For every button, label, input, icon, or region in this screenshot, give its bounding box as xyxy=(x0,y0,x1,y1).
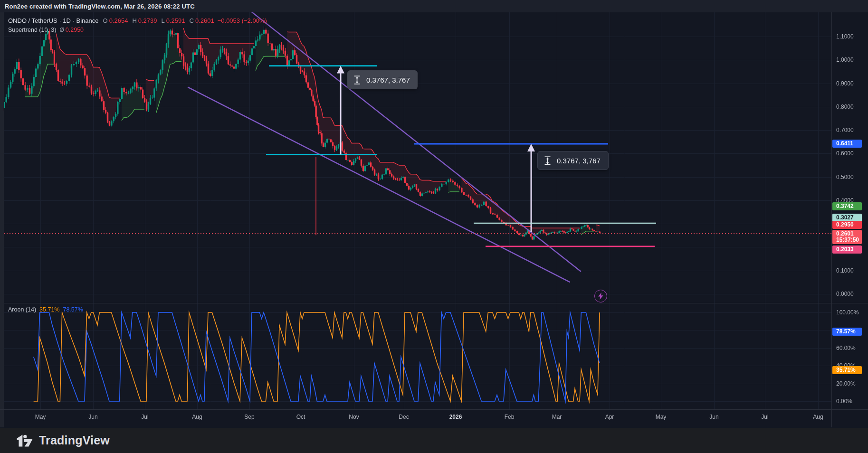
price-axis-label: 1.1000 xyxy=(836,33,854,40)
price-badge: 0.2033 xyxy=(832,245,862,254)
low-label: L xyxy=(162,17,165,24)
tradingview-logo-icon[interactable] xyxy=(16,434,33,448)
time-axis-label: May xyxy=(656,414,667,420)
price-axis-label: 1.0000 xyxy=(836,57,854,63)
time-axis-label: Apr xyxy=(605,414,614,420)
price-badge: 0.6411 xyxy=(832,140,862,148)
footer-bar: TradingView xyxy=(0,428,868,453)
price-axis-label: 0.5000 xyxy=(836,174,854,180)
time-axis-label: Jul xyxy=(141,414,148,420)
time-axis-label: Sep xyxy=(244,414,254,420)
time-axis-label: 2026 xyxy=(449,414,462,420)
price-badge: 0.260115:37:50 xyxy=(832,230,862,244)
price-axis-label: 0.9000 xyxy=(836,80,854,87)
vertical-measure-icon xyxy=(353,76,361,85)
tradingview-logo-text[interactable]: TradingView xyxy=(39,434,110,447)
measurement-tooltip: 0.3767, 3,767 xyxy=(537,151,609,170)
change-value: −0.0053 (−2.00%) xyxy=(218,17,267,24)
time-axis-label: May xyxy=(35,414,46,420)
time-axis-label: Aug xyxy=(192,414,202,420)
high-label: H xyxy=(132,17,136,24)
open-label: O xyxy=(103,17,108,24)
measurement-tooltip: 0.3767, 3,767 xyxy=(347,70,418,89)
lightning-bolt-icon xyxy=(598,293,604,300)
aroon-legend-row[interactable]: Aroon (14) 35.71% 78.57% xyxy=(8,306,83,313)
annotation-text: Ron2ee created with TradingView.com, Mar… xyxy=(5,3,195,10)
aroon-axis-label: 20.00% xyxy=(836,380,856,387)
time-axis-label: Aug xyxy=(813,414,823,420)
aroon-up-value: 78.57% xyxy=(63,306,83,313)
price-axis-label: 0.7000 xyxy=(836,127,854,133)
time-axis-label: Feb xyxy=(505,414,515,420)
measurement-value: 0.3767, 3,767 xyxy=(557,157,601,165)
measurement-value: 0.3767, 3,767 xyxy=(366,76,410,84)
supertrend-legend-row[interactable]: Supertrend (10, 3) Ø 0.2950 xyxy=(8,27,84,33)
vertical-measure-icon xyxy=(544,156,551,165)
close-value: 0.2601 xyxy=(195,17,214,24)
average-icon: Ø xyxy=(59,27,64,33)
aroon-badge: 78.57% xyxy=(832,328,862,336)
flash-idea-button[interactable] xyxy=(594,290,607,302)
aroon-axis-label: 0.00% xyxy=(836,398,852,405)
aroon-axis-label: 100.00% xyxy=(836,309,858,316)
aroon-down-value: 35.71% xyxy=(39,306,59,313)
low-value: 0.2591 xyxy=(166,17,185,24)
chart-canvas[interactable] xyxy=(0,0,868,453)
price-badge: 0.2950 xyxy=(832,221,862,229)
time-axis-label: Nov xyxy=(349,414,359,420)
price-badge: 0.3742 xyxy=(832,202,862,210)
price-axis-label: 0.6000 xyxy=(836,150,854,157)
close-label: C xyxy=(190,17,194,24)
tradingview-chart-window: { "top_bar": { "text": "Ron2ee created w… xyxy=(0,0,868,453)
price-axis-label: 0.8000 xyxy=(836,104,854,110)
time-axis-label: Jun xyxy=(709,414,718,420)
symbol-title[interactable]: ONDO / TetherUS · 1D · Binance xyxy=(8,17,99,24)
supertrend-label[interactable]: Supertrend (10, 3) xyxy=(8,27,56,33)
price-axis-label: 0.1000 xyxy=(836,267,854,274)
open-value: 0.2654 xyxy=(109,17,128,24)
aroon-label[interactable]: Aroon (14) xyxy=(8,306,36,313)
time-axis-label: Dec xyxy=(399,414,409,420)
symbol-legend-row[interactable]: ONDO / TetherUS · 1D · Binance O 0.2654 … xyxy=(8,17,267,24)
time-axis-label: Jul xyxy=(761,414,768,420)
countdown-timer: 15:37:50 xyxy=(836,237,859,243)
time-axis-label: Oct xyxy=(296,414,305,420)
annotation-bar: Ron2ee created with TradingView.com, Mar… xyxy=(0,0,868,12)
time-axis-label: Mar xyxy=(552,414,562,420)
aroon-axis-label: 60.00% xyxy=(836,345,856,351)
price-axis-label: 0.0000 xyxy=(836,291,854,297)
time-axis-label: Jun xyxy=(88,414,97,420)
aroon-badge: 35.71% xyxy=(832,366,862,374)
high-value: 0.2739 xyxy=(138,17,157,24)
supertrend-value: 0.2950 xyxy=(66,27,84,33)
